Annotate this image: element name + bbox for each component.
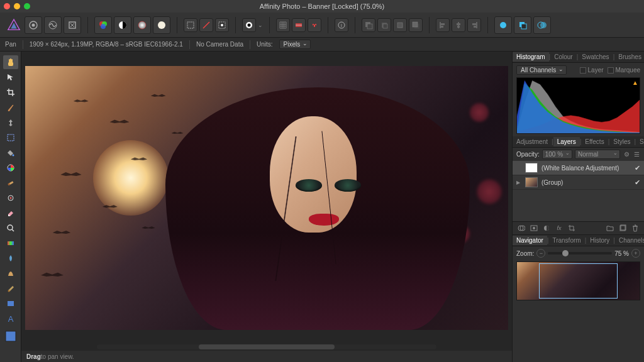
- layer-row[interactable]: (White Balance Adjustment) ✔: [513, 161, 644, 175]
- svg-line-53: [12, 229, 14, 231]
- shape-tool[interactable]: [3, 266, 18, 280]
- sponge-tool[interactable]: [3, 282, 18, 295]
- layers-fx-icon[interactable]: fx: [554, 224, 564, 233]
- assistant-button[interactable]: i: [335, 18, 348, 32]
- navigator-preview[interactable]: [516, 261, 640, 300]
- selection-refine-button[interactable]: [215, 18, 229, 32]
- close-window-button[interactable]: [4, 3, 10, 9]
- tab-stock[interactable]: Stock: [636, 137, 644, 146]
- panel-menu-icon[interactable]: ☰: [633, 151, 640, 158]
- gradient-tool[interactable]: [3, 236, 18, 250]
- arrange-front-button[interactable]: [409, 18, 423, 32]
- marquee-tool[interactable]: [3, 131, 18, 145]
- layers-add-icon[interactable]: [618, 224, 628, 233]
- layer-visibility-toggle[interactable]: ✔: [635, 178, 640, 187]
- tab-layers[interactable]: Layers: [553, 137, 580, 146]
- tab-transform[interactable]: Transform: [548, 236, 584, 245]
- zoom-slider[interactable]: [548, 252, 612, 255]
- subtract-shape-button[interactable]: [514, 16, 531, 34]
- svg-rect-24: [367, 24, 372, 29]
- arrange-back-button[interactable]: [362, 18, 375, 32]
- tab-colour[interactable]: Colour: [550, 52, 576, 62]
- opacity-dropdown[interactable]: 100 %: [542, 150, 572, 159]
- tab-history[interactable]: History: [586, 236, 613, 245]
- dropdown-chevron-icon[interactable]: ⌄: [258, 22, 263, 28]
- tab-histogram[interactable]: Histogram: [513, 52, 549, 62]
- svg-point-55: [8, 290, 9, 292]
- color-wheel-button[interactable]: [133, 16, 151, 34]
- layers-blend-icon[interactable]: [516, 224, 526, 233]
- zoom-in-button[interactable]: +: [631, 249, 640, 258]
- align-center-button[interactable]: [452, 18, 465, 32]
- horizontal-scrollbar[interactable]: [97, 344, 436, 349]
- zoom-out-button[interactable]: −: [536, 249, 545, 258]
- layer-expand-toggle[interactable]: ▶: [516, 180, 521, 185]
- snapping-toggle-button[interactable]: [308, 18, 321, 32]
- hand-tool[interactable]: [3, 55, 18, 69]
- grid-toggle-button[interactable]: [276, 18, 290, 32]
- move-tool[interactable]: [3, 70, 18, 84]
- document-info-label: 1909 × 624px, 1.19MP, RGBA/8 – sRGB IEC6…: [30, 41, 183, 48]
- tab-swatches[interactable]: Swatches: [578, 52, 613, 62]
- layers-mask-icon[interactable]: [529, 224, 539, 233]
- layers-group-icon[interactable]: [605, 224, 615, 233]
- layer-thumbnail: [525, 177, 538, 187]
- histogram-marquee-checkbox[interactable]: Marquee: [608, 67, 640, 74]
- persona-photo-button[interactable]: [25, 16, 42, 34]
- arrange-forward-button[interactable]: [393, 18, 407, 32]
- paint-brush-tool[interactable]: [3, 101, 18, 114]
- layer-row[interactable]: ▶ (Group) ✔: [513, 175, 644, 190]
- minimize-window-button[interactable]: [14, 3, 20, 9]
- soft-proof-button[interactable]: [153, 16, 170, 34]
- tab-channels[interactable]: Channels: [615, 236, 644, 245]
- maximize-window-button[interactable]: [24, 3, 30, 9]
- svg-line-14: [203, 22, 209, 28]
- color-picker-tool[interactable]: [3, 161, 18, 175]
- histogram-channel-dropdown[interactable]: All Channels: [516, 65, 567, 75]
- selection-marquee-button[interactable]: [184, 18, 197, 32]
- eraser-tool[interactable]: [3, 206, 18, 220]
- tab-effects[interactable]: Effects: [581, 137, 608, 146]
- window-title: Affinity Photo – Banner [Locked] (75.0%): [260, 3, 385, 10]
- text-tool[interactable]: A: [3, 312, 18, 326]
- quick-mask-button[interactable]: [242, 18, 256, 32]
- rectangle-tool[interactable]: [3, 297, 18, 310]
- layers-adjustment-icon[interactable]: [541, 224, 552, 233]
- persona-liquify-button[interactable]: [44, 16, 62, 34]
- dodge-tool[interactable]: [3, 221, 18, 235]
- layers-delete-icon[interactable]: [630, 224, 640, 233]
- guides-toggle-button[interactable]: [292, 18, 306, 32]
- titlebar: Affinity Photo – Banner [Locked] (75.0%): [0, 0, 644, 13]
- tab-navigator[interactable]: Navigator: [513, 236, 547, 245]
- layer-visibility-toggle[interactable]: ✔: [635, 164, 640, 172]
- layers-crop-icon[interactable]: [567, 224, 577, 233]
- align-right-button[interactable]: [467, 18, 481, 32]
- tab-brushes[interactable]: Brushes: [614, 52, 644, 62]
- blend-mode-dropdown[interactable]: Normal: [575, 150, 620, 159]
- rgb-channels-button[interactable]: [94, 16, 112, 34]
- pen-tool[interactable]: [3, 191, 18, 205]
- svg-point-62: [533, 227, 535, 229]
- warning-icon: ▲: [632, 79, 638, 86]
- tab-adjustment[interactable]: Adjustment: [513, 137, 552, 146]
- arrange-backward-button[interactable]: [377, 18, 391, 32]
- flood-fill-tool[interactable]: [3, 146, 18, 160]
- healing-brush-tool[interactable]: [3, 176, 18, 190]
- navigator-viewport-rect[interactable]: [539, 263, 618, 298]
- gear-icon[interactable]: ⚙: [623, 151, 630, 158]
- clone-tool[interactable]: [3, 116, 18, 129]
- foreground-color-swatch[interactable]: [3, 329, 18, 343]
- document-canvas[interactable]: [25, 66, 508, 330]
- intersect-shape-button[interactable]: [533, 16, 551, 34]
- histogram-layer-checkbox[interactable]: Layer: [580, 67, 604, 74]
- tab-styles[interactable]: Styles: [609, 137, 634, 146]
- units-dropdown[interactable]: Pixels: [279, 40, 311, 49]
- crop-tool[interactable]: [3, 85, 18, 99]
- split-view-button[interactable]: [114, 16, 131, 34]
- add-shape-button[interactable]: [494, 16, 512, 34]
- selection-line-button[interactable]: [199, 18, 213, 32]
- align-left-button[interactable]: [436, 18, 450, 32]
- blur-tool[interactable]: [3, 251, 18, 265]
- persona-develop-button[interactable]: [64, 16, 81, 34]
- svg-rect-39: [474, 26, 476, 28]
